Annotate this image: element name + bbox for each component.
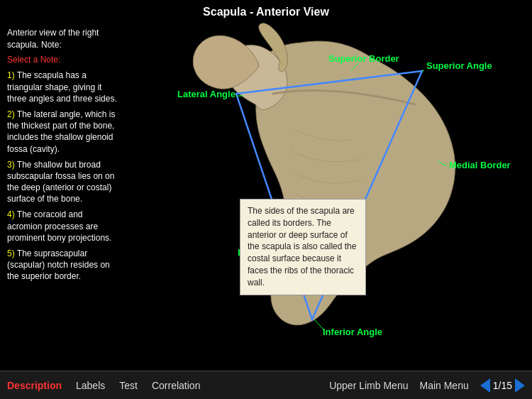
next-page-button[interactable]	[515, 378, 525, 393]
nav-bar: Description Labels Test Correlation Uppe…	[0, 371, 532, 399]
image-area: Superior Angle Superior Border Lateral A…	[113, 23, 532, 364]
note-2[interactable]: 2) The lateral angle, which is the thick…	[7, 109, 117, 155]
main-content: Anterior view of the right scapula. Note…	[0, 23, 532, 364]
note-3-number: 3)	[7, 160, 17, 170]
description-panel: Anterior view of the right scapula. Note…	[0, 23, 124, 364]
tooltip-box: The sides of the scapula are called its …	[240, 199, 366, 295]
intro-text: Anterior view of the right scapula. Note…	[7, 27, 117, 51]
scapula-diagram: Superior Angle Superior Border Lateral A…	[113, 23, 532, 364]
nav-right: Upper Limb Menu Main Menu 1/15	[329, 378, 525, 393]
note-5-number: 5)	[7, 248, 17, 258]
superior-border-label: Superior Border	[328, 53, 399, 64]
note-1-number: 1)	[7, 70, 17, 80]
prev-page-button[interactable]	[480, 378, 490, 393]
lateral-angle-label: Lateral Angle	[177, 89, 235, 99]
nav-description[interactable]: Description	[7, 380, 62, 391]
note-3[interactable]: 3) The shallow but broad subscapular fos…	[7, 159, 117, 205]
note-5-text: The suprascapular (scapular) notch resid…	[7, 248, 110, 281]
page-header: Scapula - Anterior View	[0, 0, 532, 23]
superior-angle-label: Superior Angle	[426, 60, 492, 71]
nav-test[interactable]: Test	[119, 380, 138, 391]
note-5[interactable]: 5) The suprascapular (scapular) notch re…	[7, 248, 117, 283]
nav-labels[interactable]: Labels	[76, 380, 105, 391]
nav-left: Description Labels Test Correlation	[7, 380, 200, 391]
page-number: 1/15	[493, 380, 512, 391]
note-4-text: The coracoid and acromion processes are …	[7, 209, 111, 242]
nav-main-menu[interactable]: Main Menu	[419, 380, 468, 391]
page-title: Scapula - Anterior View	[203, 6, 329, 18]
select-note-label: Select a Note:	[7, 54, 117, 66]
note-2-number: 2)	[7, 109, 17, 119]
nav-correlation[interactable]: Correlation	[152, 380, 200, 391]
note-1-text: The scapula has a triangular shape, givi…	[7, 70, 117, 103]
page-counter: 1/15	[480, 378, 525, 393]
note-4[interactable]: 4) The coracoid and acromion processes a…	[7, 209, 117, 244]
note-4-number: 4)	[7, 209, 17, 219]
note-3-text: The shallow but broad subscapular fossa …	[7, 160, 114, 204]
medial-border-label: Medial Border	[449, 160, 511, 170]
inferior-angle-label: Inferior Angle	[323, 327, 382, 337]
nav-upper-limb-menu[interactable]: Upper Limb Menu	[329, 380, 408, 391]
tooltip-text: The sides of the scapula are called its …	[248, 206, 356, 288]
note-1[interactable]: 1) The scapula has a triangular shape, g…	[7, 70, 117, 104]
note-2-text: The lateral angle, which is the thickest…	[7, 109, 116, 154]
